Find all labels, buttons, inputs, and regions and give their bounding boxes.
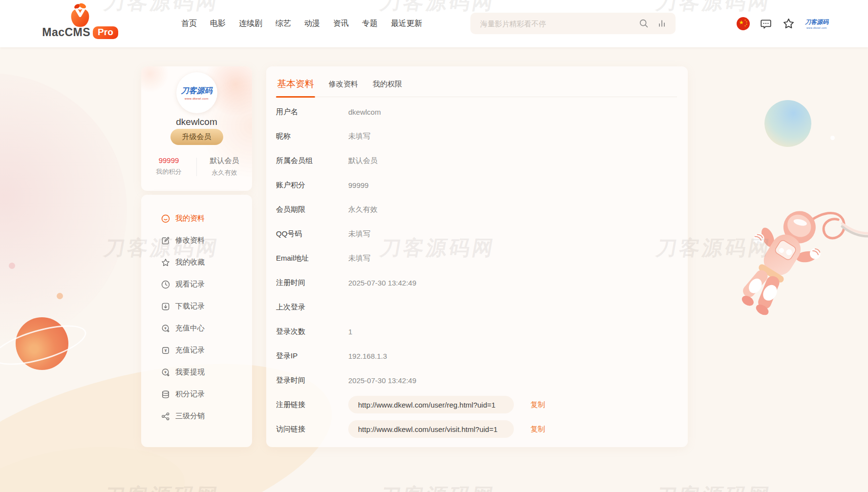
sidebar-menu-item[interactable]: 我的收藏 bbox=[141, 251, 252, 273]
top-header: MacCMS Pro 首页 电影 连续剧 综艺 动漫 资讯 专题 最近更新 bbox=[0, 0, 868, 47]
dot-decoration bbox=[57, 293, 63, 299]
sidebar-menu-label: 充值中心 bbox=[175, 324, 205, 333]
field-row: 所属会员组 默认会员 bbox=[266, 148, 688, 173]
member-group-value: 默认会员 bbox=[197, 156, 252, 165]
tab[interactable]: 基本资料 bbox=[277, 78, 314, 97]
sidebar-menu-label: 修改资料 bbox=[175, 236, 205, 245]
sidebar-menu-label: 积分记录 bbox=[175, 390, 205, 399]
field-row: 登录时间 2025-07-30 13:42:49 bbox=[266, 368, 688, 392]
field-label: 上次登录 bbox=[276, 303, 348, 312]
china-flag-icon[interactable] bbox=[737, 17, 750, 30]
header-quick-icons: 刀客源码 www.dkewl.com bbox=[737, 0, 828, 47]
upgrade-member-button[interactable]: 升级会员 bbox=[170, 129, 223, 145]
avatar-logo-text: 刀客源码 bbox=[181, 86, 212, 96]
search-icon[interactable] bbox=[638, 18, 649, 29]
points-stat: 99999 我的积分 bbox=[141, 156, 196, 177]
sidebar-menu-label: 观看记录 bbox=[175, 280, 205, 289]
sidebar-menu-item[interactable]: 修改资料 bbox=[141, 229, 252, 251]
astronaut-illustration bbox=[733, 195, 868, 322]
points-label: 我的积分 bbox=[141, 167, 196, 176]
avatar[interactable]: 刀客源码 www.dkewl.com bbox=[176, 72, 217, 113]
profile-stats: 99999 我的积分 默认会员 永久有效 bbox=[141, 156, 252, 177]
profile-fields: 用户名 dkewlcom 昵称 未填写 所属会员组 默认会员 账 bbox=[266, 97, 688, 441]
ranking-icon[interactable] bbox=[657, 19, 667, 28]
field-value: 未填写 bbox=[348, 229, 370, 239]
field-label: Email地址 bbox=[276, 254, 348, 263]
planet-ring-decoration bbox=[0, 317, 90, 373]
field-row: 昵称 未填写 bbox=[266, 124, 688, 148]
svg-text:¥: ¥ bbox=[165, 348, 167, 352]
sidebar-menu-item[interactable]: ¥ 充值中心 bbox=[141, 317, 252, 339]
sidebar-menu-item[interactable]: 观看记录 bbox=[141, 273, 252, 295]
member-group-stat: 默认会员 永久有效 bbox=[197, 156, 252, 177]
field-label: 昵称 bbox=[276, 132, 348, 141]
recharge-icon: ¥ bbox=[161, 324, 170, 333]
brand-logo[interactable]: MacCMS Pro bbox=[47, 2, 113, 39]
username: dkewlcom bbox=[141, 117, 252, 127]
tab[interactable]: 修改资料 bbox=[329, 80, 358, 97]
nav-item[interactable]: 最近更新 bbox=[391, 19, 422, 29]
nav-item[interactable]: 专题 bbox=[362, 19, 378, 29]
field-value: 2025-07-30 13:42:49 bbox=[348, 376, 416, 385]
favorite-star-icon[interactable] bbox=[782, 17, 795, 30]
nav-item[interactable]: 资讯 bbox=[333, 19, 349, 29]
message-icon[interactable] bbox=[760, 18, 772, 30]
copy-button[interactable]: 复制 bbox=[530, 425, 545, 434]
field-row: 用户名 dkewlcom bbox=[266, 100, 688, 124]
sidebar-menu-label: 我要提现 bbox=[175, 368, 205, 377]
field-label: 会员期限 bbox=[276, 205, 348, 214]
field-row: 注册链接 http://www.dkewl.com/user/reg.html?… bbox=[266, 392, 688, 417]
field-label: 所属会员组 bbox=[276, 156, 348, 165]
dkewl-logo-subtext: www.dkewl.com bbox=[806, 26, 827, 29]
dot-decoration bbox=[830, 136, 835, 140]
sidebar-menu-item[interactable]: 我的资料 bbox=[141, 207, 252, 229]
field-label: 账户积分 bbox=[276, 181, 348, 190]
sidebar-menu-label: 下载记录 bbox=[175, 302, 205, 311]
field-row: 访问链接 http://www.dkewl.com/user/visit.htm… bbox=[266, 417, 688, 441]
tab[interactable]: 我的权限 bbox=[373, 80, 402, 97]
field-label: QQ号码 bbox=[276, 229, 348, 239]
field-value: 1 bbox=[348, 328, 352, 336]
field-label: 登录次数 bbox=[276, 327, 348, 336]
nav-item[interactable]: 首页 bbox=[181, 19, 197, 29]
field-value: 2025-07-30 13:42:49 bbox=[348, 279, 416, 287]
field-row: 登录次数 1 bbox=[266, 319, 688, 344]
sidebar-menu-item[interactable]: 积分记录 bbox=[141, 383, 252, 405]
nav-item[interactable]: 动漫 bbox=[304, 19, 320, 29]
watermark-text: 刀客源码网 bbox=[378, 482, 498, 492]
field-value: 192.168.1.3 bbox=[348, 352, 387, 360]
field-label: 访问链接 bbox=[276, 425, 348, 434]
nav-item[interactable]: 综艺 bbox=[275, 19, 291, 29]
link-value[interactable]: http://www.dkewl.com/user/visit.html?uid… bbox=[348, 420, 514, 438]
brand-name: MacCMS bbox=[42, 26, 90, 39]
svg-text:¥: ¥ bbox=[164, 370, 167, 374]
field-label: 登录时间 bbox=[276, 376, 348, 385]
brand-badge: Pro bbox=[93, 26, 118, 39]
watermark-text: 刀客源码网 bbox=[102, 482, 222, 492]
field-value: 默认会员 bbox=[348, 156, 378, 165]
dkewl-site-logo[interactable]: 刀客源码 www.dkewl.com bbox=[805, 18, 828, 29]
sidebar-menu-label: 我的收藏 bbox=[175, 258, 205, 267]
field-value: 99999 bbox=[348, 181, 369, 189]
nav-item[interactable]: 电影 bbox=[210, 19, 226, 29]
sidebar-menu-item[interactable]: ¥ 充值记录 bbox=[141, 339, 252, 361]
avatar-logo-subtext: www.dkewl.com bbox=[185, 97, 209, 100]
page: MacCMS Pro 首页 电影 连续剧 综艺 动漫 资讯 专题 最近更新 bbox=[0, 0, 868, 492]
sidebar-menu-item[interactable]: 下载记录 bbox=[141, 295, 252, 317]
field-label: 注册链接 bbox=[276, 400, 348, 410]
sidebar-menu-item[interactable]: ¥ 我要提现 bbox=[141, 361, 252, 383]
search-box bbox=[470, 13, 676, 34]
copy-button[interactable]: 复制 bbox=[530, 400, 545, 410]
recharge-record-icon: ¥ bbox=[161, 346, 170, 355]
dkewl-logo-text: 刀客源码 bbox=[805, 18, 828, 26]
field-label: 注册时间 bbox=[276, 278, 348, 287]
nav-item[interactable]: 连续剧 bbox=[239, 19, 262, 29]
profile-card: 刀客源码 www.dkewl.com dkewlcom 升级会员 99999 我… bbox=[141, 66, 252, 191]
field-value: 未填写 bbox=[348, 132, 370, 141]
search-input[interactable] bbox=[470, 20, 638, 28]
field-label: 登录IP bbox=[276, 351, 348, 361]
link-value[interactable]: http://www.dkewl.com/user/reg.html?uid=1 bbox=[348, 396, 514, 413]
sidebar-menu-item[interactable]: 三级分销 bbox=[141, 405, 252, 427]
field-value: 永久有效 bbox=[348, 205, 378, 214]
field-value: dkewlcom bbox=[348, 108, 381, 116]
